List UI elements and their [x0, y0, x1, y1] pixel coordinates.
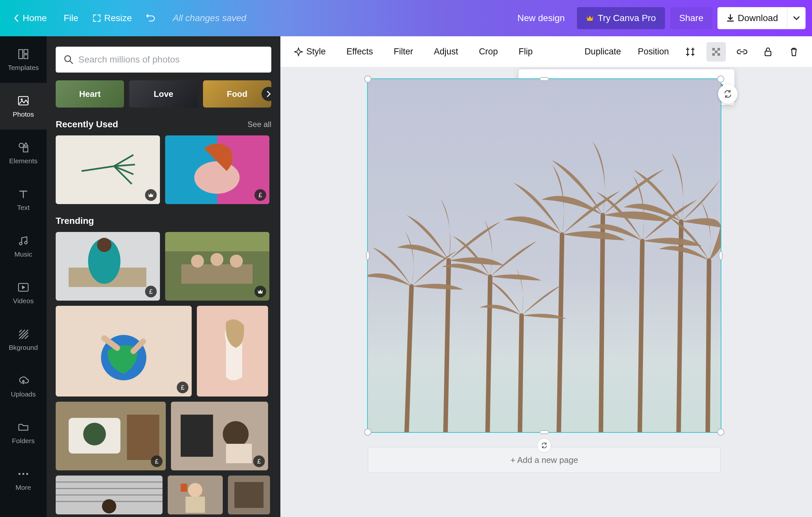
lock-button[interactable]	[758, 42, 778, 61]
price-badge: £	[151, 456, 163, 467]
resize-handle-tm[interactable]	[540, 77, 549, 81]
see-all-link[interactable]: See all	[248, 120, 271, 129]
nav-photos[interactable]: Photos	[0, 83, 47, 130]
category-love[interactable]: Love	[129, 80, 198, 108]
crown-badge	[255, 286, 266, 297]
new-design-button[interactable]: New design	[510, 8, 572, 28]
uploads-icon	[17, 374, 30, 387]
resize-handle-tl[interactable]	[364, 76, 371, 83]
resize-icon	[93, 14, 101, 22]
category-next-button[interactable]	[262, 87, 276, 101]
photo-preview	[56, 232, 160, 301]
flip-tool[interactable]: Flip	[514, 43, 538, 61]
nav-elements[interactable]: Elements	[0, 130, 47, 176]
download-options-button[interactable]	[787, 7, 806, 29]
photo-thumb[interactable]	[168, 475, 223, 514]
position-tool[interactable]: Position	[633, 43, 674, 61]
category-heart[interactable]: Heart	[56, 80, 124, 108]
crop-tool[interactable]: Crop	[474, 43, 503, 61]
price-badge: £	[145, 286, 157, 297]
resize-handle-mr[interactable]	[719, 251, 723, 260]
photos-panel: Heart Love Food Recently Used See all £ …	[47, 36, 280, 517]
photo-thumb[interactable]: £	[171, 402, 268, 470]
svg-rect-54	[712, 53, 715, 56]
file-menu[interactable]: File	[57, 8, 85, 28]
duplicate-tool[interactable]: Duplicate	[579, 43, 626, 61]
svg-point-17	[194, 161, 239, 194]
photo-thumb[interactable]	[56, 475, 163, 514]
crown-icon	[586, 15, 594, 21]
templates-icon	[17, 48, 30, 61]
nav-uploads[interactable]: Uploads	[0, 363, 47, 409]
design-page[interactable]	[368, 79, 721, 432]
svg-point-27	[230, 254, 243, 268]
svg-point-7	[20, 242, 22, 245]
photo-thumb[interactable]: £	[56, 306, 192, 397]
rotate-handle[interactable]	[537, 438, 551, 453]
nav-templates[interactable]: Templates	[0, 36, 47, 83]
search-icon	[63, 54, 74, 65]
download-button[interactable]: Download	[718, 7, 787, 29]
photo-thumb[interactable]	[228, 475, 270, 514]
nav-more[interactable]: More	[0, 456, 47, 503]
svg-point-10	[19, 473, 20, 475]
resize-handle-bl[interactable]	[364, 429, 371, 436]
search-bar[interactable]	[56, 47, 271, 73]
context-toolbar: Style Effects Filter Adjust Crop Flip Du…	[280, 36, 812, 67]
sync-icon	[723, 89, 733, 99]
style-tool[interactable]: Style	[289, 43, 331, 61]
nav-background[interactable]: Bkground	[0, 316, 47, 363]
photo-thumb[interactable]: £	[56, 232, 160, 301]
photo-preview	[56, 475, 163, 514]
resize-handle-tr[interactable]	[717, 76, 724, 83]
add-page-button[interactable]: + Add a new page	[368, 447, 721, 473]
lock-icon	[764, 47, 772, 57]
svg-rect-24	[181, 264, 253, 284]
resize-handle-ml[interactable]	[366, 251, 370, 260]
home-button[interactable]: Home	[6, 8, 54, 28]
svg-point-4	[21, 99, 23, 101]
spacing-button[interactable]	[680, 42, 700, 61]
photo-thumb[interactable]	[56, 135, 160, 204]
nav-text[interactable]: Text	[0, 176, 47, 223]
category-food[interactable]: Food	[203, 80, 271, 108]
nav-music[interactable]: Music	[0, 223, 47, 270]
effects-tool[interactable]: Effects	[341, 43, 378, 61]
photo-thumb[interactable]: £	[56, 402, 166, 470]
svg-rect-50	[234, 482, 264, 508]
photo-thumb[interactable]	[197, 306, 268, 397]
photo-preview	[228, 475, 270, 514]
search-input[interactable]	[78, 54, 264, 65]
share-button[interactable]: Share	[670, 7, 713, 29]
resize-button[interactable]: Resize	[85, 8, 139, 28]
sync-button[interactable]	[718, 84, 737, 104]
text-icon	[17, 188, 30, 200]
canvas-area: Style Effects Filter Adjust Crop Flip Du…	[280, 36, 812, 517]
photo-preview	[165, 135, 269, 204]
filter-tool[interactable]: Filter	[388, 43, 418, 61]
rotate-icon	[540, 441, 548, 449]
music-icon	[17, 234, 30, 247]
svg-rect-48	[181, 484, 187, 492]
sparkle-icon	[294, 47, 303, 56]
nav-folders[interactable]: Folders	[0, 409, 47, 456]
photo-preview	[165, 232, 269, 301]
resize-handle-br[interactable]	[717, 429, 724, 436]
category-row: Heart Love Food	[56, 80, 271, 108]
adjust-tool[interactable]: Adjust	[429, 43, 463, 61]
resize-handle-bm[interactable]	[540, 430, 549, 434]
delete-button[interactable]	[784, 42, 804, 61]
photo-thumb[interactable]: £	[165, 135, 269, 204]
nav-videos[interactable]: Videos	[0, 270, 47, 316]
undo-button[interactable]	[139, 9, 163, 27]
chevron-down-icon	[793, 16, 800, 20]
try-pro-button[interactable]: Try Canva Pro	[577, 7, 665, 29]
photo-thumb[interactable]	[165, 232, 269, 301]
selected-image[interactable]	[368, 79, 721, 432]
chevron-left-icon	[13, 13, 20, 23]
photo-preview	[56, 135, 160, 204]
transparency-button[interactable]	[706, 42, 726, 61]
svg-rect-52	[718, 48, 720, 51]
canvas-stage[interactable]: + Add a new page	[280, 67, 812, 517]
link-button[interactable]	[732, 42, 752, 61]
